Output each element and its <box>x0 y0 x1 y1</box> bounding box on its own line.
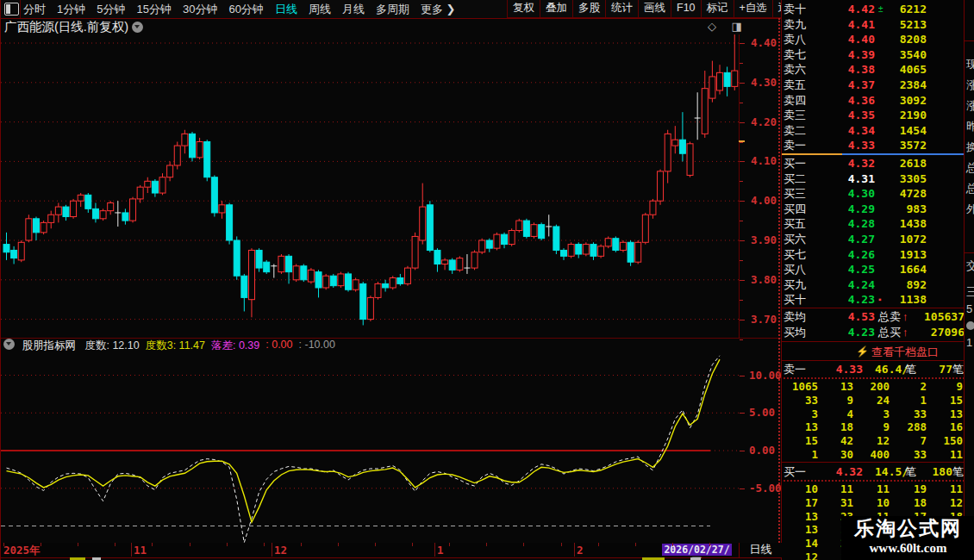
l2-cell: 30 <box>819 448 853 462</box>
menu-item-5[interactable]: 60分钟 <box>228 1 263 18</box>
clipped-label: 昨 <box>966 119 974 134</box>
order-book-row-sell-5[interactable]: 卖五4.372384 <box>782 78 965 93</box>
l2-cell: 1 <box>784 448 818 462</box>
indicator-field: 度数3: 11.47 <box>146 339 205 352</box>
l2-cell: 33 <box>892 408 927 421</box>
order-book-row-sell-2[interactable]: 卖八4.408208 <box>782 32 965 47</box>
l2-cell: 19 <box>892 482 927 496</box>
menu-item-3[interactable]: 15分钟 <box>136 1 171 18</box>
time-axis-label: 2 <box>577 544 584 557</box>
order-book-row-sell-3[interactable]: 卖七4.393540 <box>782 47 965 63</box>
candlestick-chart[interactable] <box>1 34 740 338</box>
order-book-row-buy-1[interactable]: 买二4.313305 <box>782 171 965 187</box>
toolbar-button-1[interactable]: 叠加 <box>540 0 573 18</box>
l2-cell: 288 <box>892 420 927 434</box>
current-price-tick <box>739 140 745 142</box>
collapse-icon[interactable] <box>3 339 15 350</box>
menu-item-1[interactable]: 1分钟 <box>57 1 85 18</box>
time-axis-label: 11 <box>134 544 147 557</box>
l2-cell: 4 <box>819 408 853 421</box>
toolbar-button-5[interactable]: F10 <box>671 0 702 18</box>
menu-item-6[interactable]: 日线 <box>275 1 297 18</box>
indicator-field: : 0.00 <box>265 339 292 351</box>
menu-item-4[interactable]: 30分钟 <box>183 1 217 18</box>
quote-panel: 卖十4.42±6212卖九4.415213卖八4.408208卖七4.39354… <box>782 0 974 560</box>
clipped-label: 换 <box>966 140 974 155</box>
indicator-chart[interactable] <box>1 353 740 543</box>
toolbar-button-7[interactable]: +自选 <box>734 0 773 18</box>
l2-cell: 12 <box>855 434 890 448</box>
period-menu: 分时1分钟5分钟15分钟30分钟60分钟日线周线月线多周期更多 ❯ <box>23 0 455 18</box>
time-axis[interactable]: 2026/02/27/五 2025年111212 <box>1 543 781 558</box>
chevron-down-icon[interactable] <box>132 22 143 33</box>
order-book-row-buy-4[interactable]: 买五4.281438 <box>782 216 965 232</box>
order-book-row-sell-1[interactable]: 卖九4.415213 <box>782 17 965 33</box>
indicator-field: 度数: 12.10 <box>84 339 139 352</box>
l2-cell: 16 <box>928 420 963 434</box>
price-tick-label: 3.80 <box>751 273 777 286</box>
l2-cell: 150 <box>928 434 963 448</box>
lightning-icon: ⚡ <box>856 344 869 360</box>
menu-item-8[interactable]: 月线 <box>342 1 365 18</box>
l2-cell: 11 <box>928 448 963 462</box>
l2-cell: 42 <box>819 434 853 448</box>
l2-cell: 11 <box>855 482 890 496</box>
order-book-row-sell-7[interactable]: 卖三4.352190 <box>782 108 965 123</box>
period-label[interactable]: 日线 <box>739 543 782 558</box>
clipped-side-panel: 现涨涨昨换总总外交三51 <box>964 0 974 560</box>
l2-cell: 1065 <box>784 380 818 394</box>
menu-item-10[interactable]: 更多 ❯ <box>421 1 456 18</box>
l2-cell: 33 <box>892 448 927 462</box>
order-book-row-sell-0[interactable]: 卖十4.42±6212 <box>782 2 965 17</box>
watermark: 乐淘公式网 www.60lt.com <box>841 516 974 560</box>
order-book-row-buy-6[interactable]: 买七4.261913 <box>782 247 965 263</box>
order-book-row-buy-3[interactable]: 买四4.29983 <box>782 202 965 217</box>
order-book-row-buy-7[interactable]: 买八4.251664 <box>782 262 965 277</box>
l2-cell: 12 <box>928 496 963 510</box>
toolbar-button-0[interactable]: 复权 <box>507 0 540 18</box>
l2-cell: 9 <box>928 380 963 394</box>
clipped-label: 现 <box>966 57 974 72</box>
clipped-label: 5 <box>966 302 972 315</box>
order-book-row-sell-8[interactable]: 卖二4.341454 <box>782 123 965 139</box>
clipped-label: 涨 <box>966 98 974 114</box>
indicator-tick-label: 10.00 <box>749 369 782 382</box>
order-book-row-sell-6[interactable]: 卖四4.363092 <box>782 93 965 109</box>
avg-buy-row: 买均 4.23 总买 ↑ 27096 <box>782 325 965 340</box>
order-book-row-buy-5[interactable]: 买六4.271072 <box>782 232 965 247</box>
l2-cell: 18 <box>819 420 853 434</box>
toolbar-button-2[interactable]: 多股 <box>572 0 606 18</box>
toolbar-button-6[interactable]: 标记 <box>701 0 734 18</box>
order-book-row-buy-2[interactable]: 买三4.304728 <box>782 186 965 202</box>
toolbar-button-4[interactable]: 画线 <box>638 0 671 18</box>
menu-item-2[interactable]: 5分钟 <box>97 1 125 18</box>
time-axis-label: 2025年 <box>3 544 41 558</box>
clipped-label: 三 <box>966 284 974 300</box>
up-arrow-icon: ↑ <box>902 325 908 340</box>
order-book-row-sell-4[interactable]: 卖六4.384065 <box>782 62 965 78</box>
stock-title-text: 广西能源(日线.前复权) <box>4 20 128 34</box>
l2-cell: 400 <box>855 448 890 462</box>
l2-cell: 13 <box>784 523 818 537</box>
menu-item-0[interactable]: 分时 <box>23 1 46 18</box>
l2-cell: 15 <box>928 394 963 408</box>
menu-item-7[interactable]: 周线 <box>309 1 331 18</box>
l2-cell: 24 <box>855 394 890 408</box>
clipped-label: 总 <box>966 160 974 176</box>
l2-cell: 13 <box>928 408 963 421</box>
l2-cell: 2 <box>892 380 927 394</box>
order-book-row-buy-8[interactable]: 买九4.24892 <box>782 277 965 293</box>
price-axis: 4.404.304.204.104.003.903.803.7010.005.0… <box>739 34 782 338</box>
price-tick-label: 3.70 <box>751 313 777 326</box>
stock-title: 广西能源(日线.前复权) <box>4 19 143 35</box>
menu-item-9[interactable]: 多周期 <box>376 1 409 18</box>
order-book-row-sell-9[interactable]: 卖一4.333572 <box>782 138 965 153</box>
order-book-row-buy-9[interactable]: 买十4.23▪1138 <box>782 292 965 308</box>
indicator-name[interactable]: 股朋指标网 <box>22 339 76 352</box>
order-book-row-buy-0[interactable]: 买一4.322618 <box>782 156 965 171</box>
panel-toggle-icon[interactable] <box>4 3 19 16</box>
chart-corner-icons[interactable]: ◇ ◨ <box>708 20 748 33</box>
tool-buttons: 复权叠加多股统计画线F10标记+自选返回 <box>508 0 806 18</box>
toolbar-button-3[interactable]: 统计 <box>605 0 639 18</box>
view-thousand-levels-button[interactable]: ⚡ 查看千档盘口 <box>782 344 974 360</box>
